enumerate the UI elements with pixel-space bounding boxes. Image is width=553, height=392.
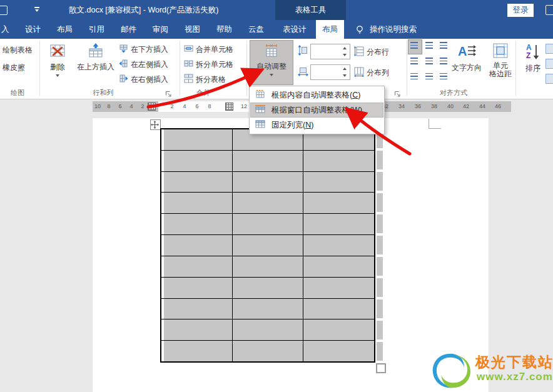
tab-mailings[interactable]: 邮件 (121, 20, 136, 39)
table-cell[interactable] (233, 151, 304, 171)
table-resize-handle[interactable] (376, 363, 386, 373)
table-cell[interactable] (161, 299, 233, 319)
tab-references[interactable]: 引用 (89, 20, 104, 39)
distribute-rows-button[interactable]: 分布行 (354, 45, 389, 59)
tab-design[interactable]: 设计 (25, 20, 41, 39)
table-cell[interactable] (161, 151, 233, 171)
clipped-icon[interactable] (545, 59, 553, 69)
table-cell[interactable] (233, 341, 304, 361)
align-center-left-button[interactable] (408, 54, 422, 68)
align-bottom-center-button[interactable] (422, 69, 435, 83)
tab-cloud[interactable]: 云盘 (248, 20, 264, 39)
table-cell[interactable] (161, 172, 233, 193)
watermark-site-url: www.xz7.com (477, 371, 553, 383)
align-top-right-button[interactable] (436, 40, 449, 54)
align-top-left-button[interactable] (408, 40, 422, 54)
row-height-spinner[interactable] (310, 44, 350, 59)
tell-me-search[interactable]: 操作说明搜索 (370, 20, 417, 39)
table-cell[interactable] (233, 172, 304, 193)
spin-up-icon[interactable] (342, 45, 348, 51)
text-direction-button[interactable]: A 文字方向 (450, 40, 484, 85)
table-cell[interactable] (303, 319, 374, 340)
align-center-right-button[interactable] (436, 54, 449, 68)
ruler-column-marker[interactable] (148, 103, 156, 111)
row-height-input[interactable] (312, 45, 342, 58)
align-bottom-right-button[interactable] (436, 69, 449, 83)
merge-cells-button[interactable]: 合并单元格 (184, 43, 233, 56)
dropdown-chevron-icon (56, 74, 60, 78)
merge-cells-icon (184, 44, 193, 55)
insert-above-button[interactable]: 在上方插入 (75, 40, 116, 85)
quick-access-icon-partial[interactable] (0, 6, 8, 15)
table-cell[interactable] (233, 278, 304, 298)
cell-margins-button[interactable]: 单元 格边距 (485, 40, 516, 85)
qat-customize-chevron-icon[interactable] (34, 7, 41, 13)
ribbon-display-options-icon[interactable] (545, 5, 553, 15)
table-cell[interactable] (233, 214, 304, 234)
column-width-input[interactable] (312, 66, 342, 79)
tab-help[interactable]: 帮助 (216, 20, 232, 39)
clipped-icon[interactable] (545, 44, 553, 54)
table-row (161, 151, 374, 172)
tab-table-layout-active[interactable]: 布局 (316, 20, 344, 39)
insert-below-button[interactable]: 在下方插入 (119, 43, 168, 56)
table-cell[interactable] (303, 214, 374, 234)
table-cell[interactable] (303, 172, 374, 193)
table-cell[interactable] (161, 193, 233, 213)
table-cell[interactable] (161, 235, 233, 256)
column-width-spinner[interactable] (310, 64, 350, 80)
table-cell[interactable] (233, 193, 304, 213)
align-center-button[interactable] (422, 54, 435, 68)
table-cell[interactable] (161, 214, 233, 234)
insert-left-button[interactable]: 在左侧插入 (119, 58, 168, 71)
table-cell[interactable] (303, 193, 374, 213)
table-cell[interactable] (303, 235, 374, 256)
clipped-icon[interactable] (545, 74, 553, 84)
table-cell[interactable] (303, 299, 374, 319)
distribute-columns-button[interactable]: 分布列 (354, 66, 389, 79)
align-bottom-left-button[interactable] (408, 69, 422, 83)
ruler-number: 8 (208, 101, 211, 112)
table-cell[interactable] (233, 235, 304, 256)
split-cells-button[interactable]: 拆分单元格 (184, 58, 233, 71)
delete-button[interactable]: 删除 (41, 40, 74, 85)
split-table-button[interactable]: 拆分表格 (184, 73, 226, 86)
draw-table-button[interactable]: 绘制表格 (3, 45, 33, 56)
table-cell[interactable] (161, 278, 233, 298)
table-row (161, 341, 374, 361)
tab-layout[interactable]: 布局 (57, 20, 73, 39)
table-cell[interactable] (161, 319, 233, 340)
insert-right-button[interactable]: 在右侧插入 (119, 73, 168, 86)
sort-button[interactable]: AZ 排序 (521, 40, 545, 85)
table-cell[interactable] (161, 256, 233, 277)
tab-insert-partial[interactable]: 入 (1, 20, 9, 39)
rows-cols-dialog-launcher-icon[interactable] (165, 89, 173, 96)
spin-down-icon[interactable] (342, 73, 348, 79)
table-cell[interactable] (303, 278, 374, 298)
tab-review[interactable]: 审阅 (153, 20, 168, 39)
ruler-column-marker[interactable] (225, 103, 233, 111)
table-cell[interactable] (233, 256, 304, 277)
table-cell[interactable] (233, 319, 304, 340)
table-cell[interactable] (233, 299, 304, 319)
table-cell[interactable] (303, 341, 374, 361)
align-top-center-button[interactable] (422, 40, 435, 54)
spin-down-icon[interactable] (342, 52, 348, 58)
row-end-mark (377, 193, 383, 212)
menu-item-fixed-column-width[interactable]: 固定列宽(N) (250, 118, 383, 133)
spin-up-icon[interactable] (342, 66, 348, 72)
login-button[interactable]: 登录 (507, 4, 534, 17)
table-move-handle[interactable] (150, 119, 161, 130)
autofit-window-icon (255, 104, 266, 116)
menu-item-autofit-contents[interactable]: 根据内容自动调整表格(C) (250, 88, 383, 103)
table-cell[interactable] (303, 256, 374, 277)
tab-table-design[interactable]: 表设计 (283, 20, 307, 39)
eraser-button[interactable]: 橡皮擦 (3, 63, 25, 73)
menu-item-autofit-window[interactable]: 根据窗口自动调整表格(W) (250, 103, 383, 118)
table-cell[interactable] (161, 129, 233, 150)
table-cell[interactable] (161, 341, 233, 361)
autofit-button[interactable]: 自动调整 (250, 40, 293, 85)
tab-view[interactable]: 视图 (185, 20, 200, 39)
cell-size-dialog-launcher-icon[interactable] (394, 89, 402, 96)
table-cell[interactable] (303, 151, 374, 171)
